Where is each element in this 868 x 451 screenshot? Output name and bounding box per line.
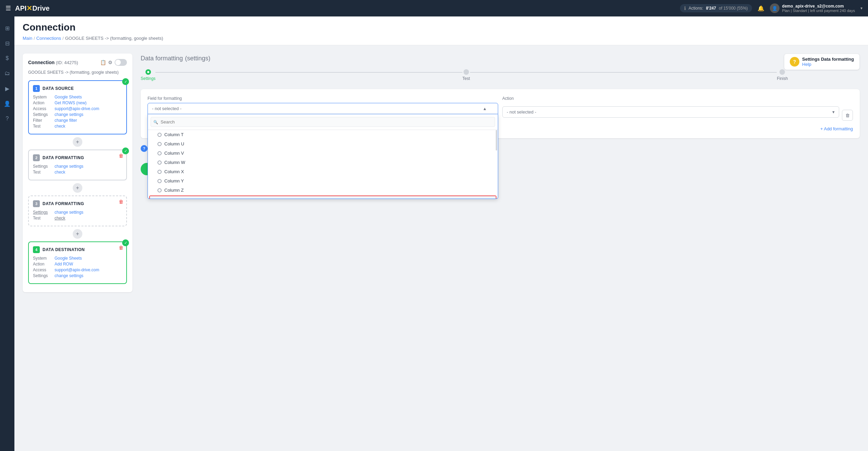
bell-icon[interactable]: 🔔: [758, 5, 764, 12]
step1-row-filter: Filter change filter: [33, 118, 122, 123]
step-test-label: Test: [462, 76, 470, 81]
field-select-wrapper: - not selected - ▲: [148, 103, 498, 114]
add-between-2-3[interactable]: +: [73, 183, 82, 193]
step2-delete[interactable]: 🗑: [119, 153, 124, 158]
step4-action-value[interactable]: Add ROW: [55, 262, 73, 266]
breadcrumb: Main / Connections / GOOGLE SHEETS -> (f…: [23, 36, 860, 45]
sidebar-icon-user[interactable]: 👤: [1, 97, 13, 110]
step1-row-system: System Google Sheets: [33, 95, 122, 99]
step4-row-access: Access support@apix-drive.com: [33, 268, 122, 272]
copy-icon[interactable]: 📋: [100, 60, 106, 65]
step1-test-value[interactable]: check: [55, 124, 65, 129]
action-group: Action - not selected - ▾ 🗑: [502, 96, 853, 121]
step-block-2: ✓ 🗑 2 DATA FORMATTING Settings change se…: [28, 150, 127, 180]
breadcrumb-connections[interactable]: Connections: [36, 36, 61, 41]
sidebar-icon-play[interactable]: ▶: [1, 82, 13, 95]
user-avatar: 👤: [770, 3, 779, 13]
radio-1: [157, 142, 162, 146]
user-plan: Plan | Standart | left until payment 240…: [782, 9, 855, 13]
step4-row-action: Action Add ROW: [33, 262, 122, 266]
field-select-chevron: ▲: [483, 106, 487, 111]
help-circle-icon: ?: [790, 57, 799, 67]
help-info-icon: ?: [141, 145, 148, 152]
step-block-1: ✓ 1 DATA SOURCE System Google Sheets Act…: [28, 80, 127, 134]
dropdown-item-2[interactable]: Column V: [148, 149, 498, 158]
step-block-4: ✓ 🗑 4 DATA DESTINATION System Google She…: [28, 241, 127, 284]
step-test-dot: [464, 69, 469, 75]
step1-filter-value[interactable]: change filter: [55, 118, 77, 123]
step2-row-test: Test check: [33, 170, 122, 175]
connection-subtitle: GOOGLE SHEETS -> (formatting, google she…: [28, 70, 127, 75]
breadcrumb-main[interactable]: Main: [23, 36, 32, 41]
progress-line-2: [470, 72, 777, 73]
step-settings-dot: [145, 69, 151, 75]
step1-number: 1: [33, 85, 40, 92]
step1-settings-value[interactable]: change settings: [55, 112, 83, 117]
connection-card-title: Connection: [28, 60, 55, 65]
step2-settings-value[interactable]: change settings: [55, 164, 83, 169]
dropdown-item-5[interactable]: Column Y: [148, 176, 498, 186]
dropdown-item-0[interactable]: Column T: [148, 130, 498, 139]
step4-number: 4: [33, 246, 40, 253]
dropdown-item-7[interactable]: Data formatting (Data formatting): [150, 196, 496, 199]
sidebar-icon-billing[interactable]: $: [1, 52, 13, 64]
dropdown-item-4[interactable]: Column X: [148, 167, 498, 176]
step-finish-label: Finish: [777, 76, 788, 81]
add-between-1-2[interactable]: +: [73, 137, 82, 147]
add-between-3-4[interactable]: +: [73, 229, 82, 239]
field-label: Field for formatting: [148, 96, 498, 101]
radio-5: [157, 179, 162, 183]
step1-label: DATA SOURCE: [43, 86, 74, 91]
step1-checkmark: ✓: [122, 78, 129, 85]
logo: API✕Drive: [15, 4, 49, 12]
dropdown-item-3[interactable]: Column W: [148, 158, 498, 167]
left-sidebar: ⊞ ⊟ $ 🗂 ▶ 👤 ?: [0, 16, 14, 451]
action-select-button[interactable]: - not selected - ▾: [502, 106, 839, 118]
step1-row-access: Access support@apix-drive.com: [33, 106, 122, 111]
help-button[interactable]: ? Settings Data formatting Help: [784, 54, 860, 70]
step1-action-value[interactable]: Get ROWS (new): [55, 100, 86, 105]
field-select-button[interactable]: - not selected - ▲: [148, 103, 498, 114]
step1-row-action: Action Get ROWS (new): [33, 100, 122, 105]
user-info: 👤 demo_apix-drive_s2@com.com Plan | Stan…: [770, 3, 855, 13]
step3-row-test: Test check: [33, 216, 122, 221]
step-finish-dot: [779, 69, 785, 75]
step1-access-value[interactable]: support@apix-drive.com: [55, 106, 99, 111]
settings-icon[interactable]: ⚙: [108, 60, 113, 65]
step4-system-value[interactable]: Google Sheets: [55, 256, 82, 261]
dropdown-item-1[interactable]: Column U: [148, 139, 498, 149]
sidebar-icon-connections[interactable]: ⊟: [1, 37, 13, 49]
field-dropdown: Column T Column U Column V: [148, 114, 498, 199]
step-settings-label: Settings: [141, 76, 155, 81]
step3-delete[interactable]: 🗑: [119, 199, 124, 204]
info-icon: ℹ: [684, 5, 686, 11]
step3-settings-value[interactable]: change settings: [55, 210, 83, 215]
sidebar-icon-help[interactable]: ?: [1, 112, 13, 125]
step4-access-value[interactable]: support@apix-drive.com: [55, 268, 99, 272]
actions-badge: ℹ Actions: 8'247 of 15'000 (55%): [680, 4, 752, 12]
connection-id: (ID: 44275): [56, 60, 78, 65]
dropdown-highlighted-section: Data formatting (Data formatting) Column…: [149, 195, 496, 199]
step4-settings-value[interactable]: change settings: [55, 273, 83, 278]
delete-row-button[interactable]: 🗑: [842, 110, 853, 121]
hamburger-menu[interactable]: ☰: [5, 4, 11, 12]
sidebar-icon-home[interactable]: ⊞: [1, 22, 13, 34]
right-panel: ? Settings Data formatting Help Data for…: [141, 54, 860, 444]
step4-delete[interactable]: 🗑: [119, 245, 124, 250]
formatting-page-title: Data formatting (settings): [141, 54, 860, 62]
scrollbar[interactable]: [496, 130, 497, 151]
step2-label: DATA FORMATTING: [43, 155, 84, 160]
sidebar-icon-templates[interactable]: 🗂: [1, 67, 13, 80]
user-menu-chevron[interactable]: ▾: [860, 6, 863, 11]
connection-toggle[interactable]: [115, 59, 127, 66]
step4-row-settings: Settings change settings: [33, 273, 122, 278]
formatting-area: Field for formatting - not selected - ▲: [141, 89, 860, 138]
dropdown-item-6[interactable]: Column Z: [148, 186, 498, 195]
step1-system-value[interactable]: Google Sheets: [55, 95, 82, 99]
dropdown-search-input[interactable]: [151, 117, 495, 127]
dropdown-list: Column T Column U Column V: [148, 130, 498, 199]
trash-icon: 🗑: [845, 113, 850, 118]
step2-test-value[interactable]: check: [55, 170, 65, 175]
user-email: demo_apix-drive_s2@com.com: [782, 4, 855, 9]
help-link[interactable]: Help: [802, 62, 854, 67]
